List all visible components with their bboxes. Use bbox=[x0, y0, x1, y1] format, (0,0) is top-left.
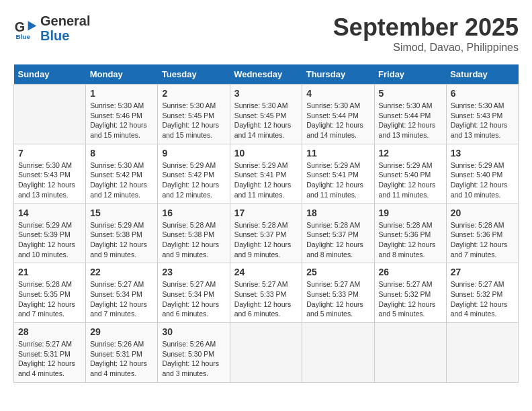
svg-text:G: G bbox=[15, 19, 25, 34]
day-number: 27 bbox=[451, 267, 514, 277]
calendar-cell: 19Sunrise: 5:28 AMSunset: 5:36 PMDayligh… bbox=[374, 203, 446, 263]
calendar-cell: 11Sunrise: 5:29 AMSunset: 5:41 PMDayligh… bbox=[302, 144, 374, 203]
day-number: 26 bbox=[379, 267, 442, 277]
day-header-wednesday: Wednesday bbox=[230, 64, 302, 85]
day-number: 18 bbox=[306, 208, 369, 218]
calendar-cell: 23Sunrise: 5:27 AMSunset: 5:34 PMDayligh… bbox=[158, 263, 230, 323]
day-number: 23 bbox=[162, 267, 225, 277]
calendar-cell: 21Sunrise: 5:28 AMSunset: 5:35 PMDayligh… bbox=[14, 263, 86, 323]
cell-info: Sunrise: 5:28 AMSunset: 5:36 PMDaylight:… bbox=[379, 220, 442, 260]
calendar-cell: 26Sunrise: 5:27 AMSunset: 5:32 PMDayligh… bbox=[374, 263, 446, 323]
week-row-3: 14Sunrise: 5:29 AMSunset: 5:39 PMDayligh… bbox=[14, 203, 519, 263]
calendar-cell: 7Sunrise: 5:30 AMSunset: 5:43 PMDaylight… bbox=[14, 144, 86, 203]
day-header-tuesday: Tuesday bbox=[158, 64, 230, 85]
week-row-5: 28Sunrise: 5:27 AMSunset: 5:31 PMDayligh… bbox=[14, 323, 519, 383]
week-row-4: 21Sunrise: 5:28 AMSunset: 5:35 PMDayligh… bbox=[14, 263, 519, 323]
day-number: 22 bbox=[90, 267, 153, 277]
logo-general: General bbox=[40, 13, 90, 28]
day-header-thursday: Thursday bbox=[302, 64, 374, 85]
calendar-cell: 29Sunrise: 5:26 AMSunset: 5:31 PMDayligh… bbox=[86, 323, 158, 383]
day-header-friday: Friday bbox=[374, 64, 446, 85]
calendar-cell: 5Sunrise: 5:30 AMSunset: 5:44 PMDaylight… bbox=[374, 85, 446, 144]
day-number: 3 bbox=[234, 88, 298, 99]
calendar-cell bbox=[374, 323, 446, 383]
day-header-monday: Monday bbox=[86, 64, 158, 85]
day-number: 9 bbox=[162, 148, 225, 158]
day-number: 5 bbox=[379, 88, 442, 99]
day-number: 21 bbox=[18, 267, 81, 277]
day-number: 30 bbox=[162, 326, 225, 337]
calendar-cell: 15Sunrise: 5:29 AMSunset: 5:38 PMDayligh… bbox=[86, 203, 158, 263]
day-number: 11 bbox=[306, 148, 369, 158]
cell-info: Sunrise: 5:30 AMSunset: 5:42 PMDaylight:… bbox=[90, 161, 153, 200]
day-number: 19 bbox=[379, 208, 442, 218]
calendar-cell: 24Sunrise: 5:27 AMSunset: 5:33 PMDayligh… bbox=[230, 263, 302, 323]
calendar-cell: 18Sunrise: 5:28 AMSunset: 5:37 PMDayligh… bbox=[302, 203, 374, 263]
day-number: 28 bbox=[18, 326, 81, 337]
calendar-cell: 28Sunrise: 5:27 AMSunset: 5:31 PMDayligh… bbox=[14, 323, 86, 383]
day-number: 15 bbox=[90, 208, 153, 218]
calendar-cell: 27Sunrise: 5:27 AMSunset: 5:32 PMDayligh… bbox=[446, 263, 518, 323]
cell-info: Sunrise: 5:27 AMSunset: 5:32 PMDaylight:… bbox=[379, 279, 442, 319]
cell-info: Sunrise: 5:27 AMSunset: 5:32 PMDaylight:… bbox=[451, 279, 514, 319]
cell-info: Sunrise: 5:28 AMSunset: 5:35 PMDaylight:… bbox=[18, 279, 81, 319]
page-header: G Blue General Blue September 2025 Simod… bbox=[13, 13, 519, 54]
day-header-saturday: Saturday bbox=[446, 64, 518, 85]
cell-info: Sunrise: 5:27 AMSunset: 5:33 PMDaylight:… bbox=[306, 279, 369, 319]
cell-info: Sunrise: 5:29 AMSunset: 5:42 PMDaylight:… bbox=[162, 161, 225, 200]
cell-info: Sunrise: 5:26 AMSunset: 5:30 PMDaylight:… bbox=[162, 339, 225, 379]
calendar-cell: 22Sunrise: 5:27 AMSunset: 5:34 PMDayligh… bbox=[86, 263, 158, 323]
calendar-cell: 12Sunrise: 5:29 AMSunset: 5:40 PMDayligh… bbox=[374, 144, 446, 203]
calendar-cell: 13Sunrise: 5:29 AMSunset: 5:40 PMDayligh… bbox=[446, 144, 518, 203]
logo: G Blue General Blue bbox=[13, 13, 90, 43]
cell-info: Sunrise: 5:28 AMSunset: 5:37 PMDaylight:… bbox=[234, 220, 298, 260]
day-number: 1 bbox=[90, 88, 153, 99]
calendar-cell bbox=[446, 323, 518, 383]
day-number: 12 bbox=[379, 148, 442, 158]
cell-info: Sunrise: 5:27 AMSunset: 5:33 PMDaylight:… bbox=[234, 279, 298, 319]
calendar-cell: 1Sunrise: 5:30 AMSunset: 5:46 PMDaylight… bbox=[86, 85, 158, 144]
calendar-cell: 17Sunrise: 5:28 AMSunset: 5:37 PMDayligh… bbox=[230, 203, 302, 263]
day-number: 20 bbox=[451, 208, 514, 218]
day-number: 7 bbox=[18, 148, 81, 158]
calendar-cell: 25Sunrise: 5:27 AMSunset: 5:33 PMDayligh… bbox=[302, 263, 374, 323]
logo-icon: G Blue bbox=[13, 16, 38, 40]
cell-info: Sunrise: 5:28 AMSunset: 5:38 PMDaylight:… bbox=[162, 220, 225, 260]
day-number: 25 bbox=[306, 267, 369, 277]
cell-info: Sunrise: 5:27 AMSunset: 5:34 PMDaylight:… bbox=[90, 279, 153, 319]
day-number: 10 bbox=[234, 148, 298, 158]
calendar-cell: 4Sunrise: 5:30 AMSunset: 5:44 PMDaylight… bbox=[302, 85, 374, 144]
calendar-cell: 6Sunrise: 5:30 AMSunset: 5:43 PMDaylight… bbox=[446, 85, 518, 144]
calendar-cell bbox=[302, 323, 374, 383]
title-block: September 2025 Simod, Davao, Philippines bbox=[333, 13, 519, 54]
calendar-table: SundayMondayTuesdayWednesdayThursdayFrid… bbox=[13, 64, 519, 383]
cell-info: Sunrise: 5:29 AMSunset: 5:40 PMDaylight:… bbox=[379, 161, 442, 200]
cell-info: Sunrise: 5:26 AMSunset: 5:31 PMDaylight:… bbox=[90, 339, 153, 379]
logo-blue: Blue bbox=[40, 28, 90, 43]
day-number: 13 bbox=[451, 148, 514, 158]
svg-text:Blue: Blue bbox=[16, 33, 31, 40]
cell-info: Sunrise: 5:29 AMSunset: 5:41 PMDaylight:… bbox=[306, 161, 369, 200]
cell-info: Sunrise: 5:27 AMSunset: 5:31 PMDaylight:… bbox=[18, 339, 81, 379]
cell-info: Sunrise: 5:30 AMSunset: 5:45 PMDaylight:… bbox=[234, 101, 298, 140]
cell-info: Sunrise: 5:30 AMSunset: 5:46 PMDaylight:… bbox=[90, 101, 153, 140]
calendar-cell: 8Sunrise: 5:30 AMSunset: 5:42 PMDaylight… bbox=[86, 144, 158, 203]
calendar-cell: 16Sunrise: 5:28 AMSunset: 5:38 PMDayligh… bbox=[158, 203, 230, 263]
day-number: 17 bbox=[234, 208, 298, 218]
day-number: 16 bbox=[162, 208, 225, 218]
day-number: 4 bbox=[306, 88, 369, 99]
day-number: 8 bbox=[90, 148, 153, 158]
cell-info: Sunrise: 5:30 AMSunset: 5:45 PMDaylight:… bbox=[162, 101, 225, 140]
calendar-cell: 3Sunrise: 5:30 AMSunset: 5:45 PMDaylight… bbox=[230, 85, 302, 144]
calendar-cell bbox=[230, 323, 302, 383]
month-title: September 2025 bbox=[333, 13, 519, 42]
cell-info: Sunrise: 5:29 AMSunset: 5:38 PMDaylight:… bbox=[90, 220, 153, 260]
day-number: 29 bbox=[90, 326, 153, 337]
calendar-cell: 2Sunrise: 5:30 AMSunset: 5:45 PMDaylight… bbox=[158, 85, 230, 144]
calendar-cell: 14Sunrise: 5:29 AMSunset: 5:39 PMDayligh… bbox=[14, 203, 86, 263]
calendar-cell: 9Sunrise: 5:29 AMSunset: 5:42 PMDaylight… bbox=[158, 144, 230, 203]
cell-info: Sunrise: 5:27 AMSunset: 5:34 PMDaylight:… bbox=[162, 279, 225, 319]
location-title: Simod, Davao, Philippines bbox=[333, 42, 519, 54]
day-number: 24 bbox=[234, 267, 298, 277]
cell-info: Sunrise: 5:30 AMSunset: 5:44 PMDaylight:… bbox=[306, 101, 369, 140]
